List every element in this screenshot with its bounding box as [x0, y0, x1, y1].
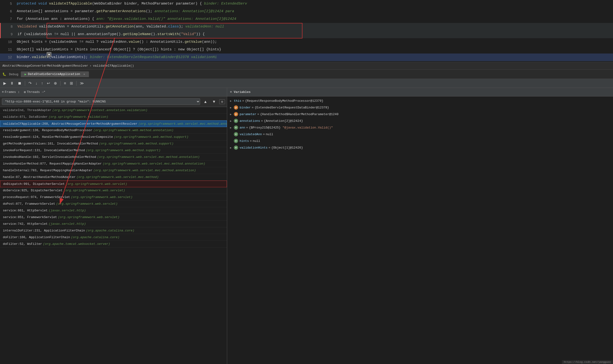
- frame-item-7[interactable]: invokeForRequest:131, InvocableHandlerMe…: [0, 147, 227, 154]
- var-val-hints: null: [253, 139, 260, 143]
- frame-item-8[interactable]: invokeAndHandle:102, ServletInvocableHan…: [0, 154, 227, 160]
- step-out-btn[interactable]: ↑: [40, 80, 44, 86]
- code-line-13: 13 break;: [0, 61, 613, 62]
- frame-item-19[interactable]: internalDoFilter:231, ApplicationFilterC…: [0, 227, 227, 234]
- frame-item-20[interactable]: doFilter:166, ApplicationFilterChain (or…: [0, 234, 227, 241]
- frame-item-21[interactable]: doFilter:52, WsFilter (org.apache.tomcat…: [0, 241, 227, 247]
- restore-layout-btn[interactable]: ⊞: [68, 80, 74, 86]
- frame-item-16[interactable]: service:661, HttpServlet (javax.servlet.…: [0, 207, 227, 214]
- var-this[interactable]: ▶ this = {RequestResponseBodyMethodProce…: [227, 97, 613, 104]
- var-eq-annotations: =: [261, 119, 263, 123]
- step-over-btn[interactable]: ↷: [27, 80, 33, 86]
- code-line-10: 10 Object hints = (validatedAnn != null …: [0, 38, 613, 46]
- tab-close-icon[interactable]: ✕: [83, 73, 85, 76]
- breadcrumb-method: validateIfApplicable(): [93, 64, 134, 68]
- frame-class-13: (org.springframework.web.servlet): [64, 189, 125, 192]
- frame-item-13[interactable]: doService:925, DispatcherServlet (org.sp…: [0, 187, 227, 194]
- var-hints[interactable]: ▶ e hints = null: [227, 138, 613, 144]
- var-expand-ann: ▶: [230, 126, 234, 129]
- frame-class-1: (org.springframework.context.annotation.…: [52, 108, 148, 112]
- resume-btn[interactable]: ▶: [2, 80, 8, 86]
- var-expand-validatedann: ▶: [230, 133, 234, 136]
- frame-item-1[interactable]: validateInd, ThreadAdapter (org.springfr…: [0, 107, 227, 114]
- threads-label: Threads →*: [27, 90, 45, 94]
- settings-btn[interactable]: ≡: [62, 80, 68, 86]
- code-text-10: Object hints = (validatedAnn != null ? v…: [17, 38, 217, 46]
- var-eq-hints: =: [250, 139, 252, 143]
- var-val-parameter: {HandlerMethod$HandlerMethodParameter@12…: [260, 113, 339, 116]
- frame-class-5: (org.springframework.web.method.support): [114, 135, 188, 139]
- frame-item-10[interactable]: handleInternal:783, RequestMappingHandle…: [0, 167, 227, 174]
- frame-class-7: (org.springframework.web.method.support): [86, 149, 160, 152]
- frame-item-12[interactable]: doDispatch:991, DispatcherServlet (org.s…: [0, 181, 227, 187]
- frame-item-2[interactable]: validate:871, DataBinder (org.springfram…: [0, 114, 227, 120]
- variables-header: ≡ Variables: [227, 88, 613, 96]
- frame-method-8: invokeAndHandle:102, ServletInvocableHan…: [3, 155, 96, 159]
- frame-class-17: (org.springframework.web.servlet): [58, 215, 119, 219]
- frame-class-6: (org.springframework.web.method.support): [99, 142, 174, 145]
- frames-header-item[interactable]: ≡ Frames ↕: [2, 90, 20, 94]
- variables-list: ▶ this = {RequestResponseBodyMethodProce…: [227, 96, 613, 364]
- thread-down-btn[interactable]: ▼: [211, 99, 217, 105]
- tab-datastudio[interactable]: ▶ DataStudioServiceApplication ✕: [21, 71, 89, 77]
- run-to-cursor-btn[interactable]: ↩: [45, 80, 51, 86]
- var-validatedann[interactable]: ▶ e validatedAnn = null: [227, 131, 613, 138]
- var-name-annotations: annotations: [240, 119, 260, 123]
- frame-item-5[interactable]: resolveArgument:124, HandlerMethodArgume…: [0, 134, 227, 141]
- code-icon: ■: [47, 52, 51, 57]
- code-line-11: 11 Object[] validationHints = (hints ins…: [0, 46, 613, 53]
- code-line-6: 6 Annotation[] annotations = parameter.g…: [0, 8, 613, 15]
- var-expand-hints: ▶: [230, 140, 234, 143]
- var-eq-ann: =: [246, 126, 248, 130]
- frame-class-2: (org.springframework.validation): [49, 115, 108, 119]
- frame-item-15[interactable]: doPost:877, FrameworkServlet (org.spring…: [0, 201, 227, 207]
- var-eq-binder: =: [252, 106, 254, 109]
- var-icon-hints: e: [234, 139, 238, 143]
- frame-method-9: invokeHandlerMethod:877, RequestMappingH…: [3, 162, 102, 166]
- frame-method-16: service:661, HttpServlet: [3, 209, 48, 212]
- var-validationhints[interactable]: ▶ e validationHints = {Object[1]@12426}: [227, 144, 613, 151]
- var-expand-this: ▶: [230, 99, 234, 103]
- step-into-btn[interactable]: ↓: [34, 80, 39, 86]
- thread-filter-btn[interactable]: ⊕: [219, 99, 225, 104]
- var-binder[interactable]: ▶ p binder = {ExtendedServletRequestData…: [227, 104, 613, 111]
- var-annotations[interactable]: ▶ e annotations = {Annotation[2]@12424}: [227, 117, 613, 124]
- thread-up-btn[interactable]: ▲: [202, 99, 209, 105]
- stop-btn[interactable]: ⏹: [16, 80, 23, 86]
- frame-item-18[interactable]: service:742, HttpServlet (javax.servlet.…: [0, 221, 227, 227]
- frame-method-19: internalDoFilter:231, ApplicationFilterC…: [3, 229, 85, 232]
- frame-method-15: doPost:877, FrameworkServlet: [3, 202, 55, 206]
- frame-item-14[interactable]: processRequest:974, FrameworkServlet (or…: [0, 194, 227, 201]
- frame-item-9[interactable]: invokeHandlerMethod:877, RequestMappingH…: [0, 160, 227, 167]
- line-num-6: 6: [2, 8, 12, 15]
- var-expand-parameter: ▶: [230, 113, 234, 116]
- var-eq-parameter: =: [257, 113, 259, 116]
- var-ann[interactable]: ▶ e ann = {$Proxy215@12425} "@javax.vali…: [227, 124, 613, 131]
- frames-header: ≡ Frames ↕ ⊞ Threads →*: [0, 88, 227, 96]
- evaluate-btn[interactable]: ⊕: [52, 80, 58, 86]
- frame-class-21: (org.apache.tomcat.websocket.server): [43, 242, 110, 246]
- var-val-this: {RequestResponseBodyMethodProcessor@1237…: [245, 99, 324, 103]
- frame-item-4[interactable]: resolveArgument:136, ResponseBodyMethodP…: [0, 127, 227, 134]
- var-parameter[interactable]: ▶ p parameter = {HandlerMethod$HandlerMe…: [227, 111, 613, 117]
- var-icon-validatedann: e: [234, 132, 238, 136]
- frame-class-16: (javax.servlet.http): [49, 209, 86, 212]
- tab-run-icon: ▶: [25, 72, 27, 76]
- frame-item-6[interactable]: getMethodArgumentValues:161, InvocableHa…: [0, 141, 227, 147]
- var-val-validationhints: {Object[1]@12426}: [271, 146, 303, 150]
- frame-item-11[interactable]: handle:87, AbstractHandlerMethodAdapter …: [0, 174, 227, 181]
- threads-header-item[interactable]: ⊞ Threads →*: [24, 90, 45, 94]
- frame-item-17[interactable]: service:851, FrameworkServlet (org.sprin…: [0, 214, 227, 221]
- var-icon-ann: e: [234, 125, 238, 130]
- var-icon-annotations: e: [234, 119, 238, 123]
- frame-method-12: doDispatch:991, DispatcherServlet: [3, 182, 65, 186]
- thread-dropdown[interactable]: "http-nio-8888-exec-1"@11,448 in group "…: [2, 98, 200, 105]
- frame-class-19: (org.apache.catalina.core): [86, 229, 134, 232]
- frame-method-17: service:851, FrameworkServlet: [3, 215, 57, 219]
- code-text-5: protected void validateIfApplicable(WebD…: [17, 0, 247, 8]
- pause-btn[interactable]: ⏸: [9, 80, 15, 86]
- var-name-binder: binder: [240, 106, 251, 109]
- more-btn[interactable]: ≫: [78, 80, 85, 86]
- frame-item-3[interactable]: validateIfApplicable:260, AbstractMessag…: [0, 120, 227, 127]
- frame-class-4: (org.springframework.web.method.annotati…: [93, 129, 173, 132]
